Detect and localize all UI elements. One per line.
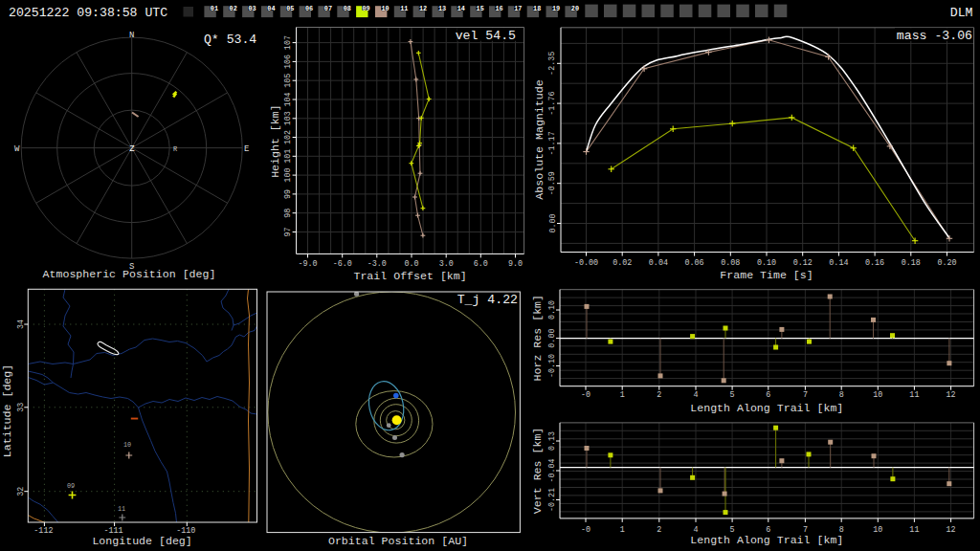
svg-text:T_j 4.22: T_j 4.22 <box>457 293 518 307</box>
svg-text:0.16: 0.16 <box>865 258 884 268</box>
svg-text:-0.10: -0.10 <box>547 354 557 378</box>
svg-text:107: 107 <box>283 35 293 50</box>
svg-text:0.20: 0.20 <box>937 258 956 268</box>
svg-text:16: 16 <box>495 5 502 12</box>
svg-text:3.0: 3.0 <box>439 259 454 269</box>
svg-text:12: 12 <box>947 525 956 535</box>
svg-text:6.0: 6.0 <box>474 259 488 269</box>
svg-text:Z: Z <box>129 144 135 154</box>
svg-text:mass -3.06: mass -3.06 <box>897 29 972 43</box>
svg-text:-1.76: -1.76 <box>548 92 558 116</box>
svg-text:Height [km]: Height [km] <box>270 104 282 178</box>
svg-text:1: 1 <box>620 390 625 400</box>
svg-text:0.13: 0.13 <box>547 431 557 451</box>
svg-text:33: 33 <box>16 403 26 412</box>
svg-text:0.08: 0.08 <box>721 258 740 268</box>
svg-text:18: 18 <box>533 5 541 12</box>
svg-text:9.0: 9.0 <box>508 259 523 269</box>
svg-text:101: 101 <box>283 149 293 164</box>
svg-text:Q* 53.4: Q* 53.4 <box>204 33 256 47</box>
svg-text:-0.59: -0.59 <box>548 171 558 195</box>
svg-text:N: N <box>129 31 134 40</box>
svg-text:98: 98 <box>283 209 293 218</box>
svg-text:-0: -0 <box>581 390 590 400</box>
svg-text:Vert Res [km]: Vert Res [km] <box>531 428 544 514</box>
svg-text:10: 10 <box>873 390 882 400</box>
svg-text:0.18: 0.18 <box>902 258 921 268</box>
svg-text:0.12: 0.12 <box>793 258 813 268</box>
svg-text:34: 34 <box>16 320 26 329</box>
svg-text:0.00: 0.00 <box>547 329 557 348</box>
svg-text:5: 5 <box>730 390 735 400</box>
svg-text:11: 11 <box>909 390 919 400</box>
svg-text:Atmospheric Position [deg]: Atmospheric Position [deg] <box>43 268 216 280</box>
svg-text:0.14: 0.14 <box>829 258 848 268</box>
svg-text:-1.17: -1.17 <box>548 131 558 155</box>
svg-text:W: W <box>14 144 20 154</box>
svg-text:100: 100 <box>283 168 293 183</box>
svg-text:6: 6 <box>766 390 770 400</box>
svg-text:2: 2 <box>657 390 661 400</box>
svg-text:02: 02 <box>230 5 237 12</box>
svg-text:0.0: 0.0 <box>404 259 418 269</box>
svg-text:1: 1 <box>620 525 625 535</box>
svg-text:19: 19 <box>552 5 560 12</box>
svg-text:10: 10 <box>123 441 131 449</box>
svg-text:Orbital Position [AU]: Orbital Position [AU] <box>328 535 468 547</box>
svg-text:Horz Res [km]: Horz Res [km] <box>531 295 544 381</box>
svg-text:11: 11 <box>400 5 408 12</box>
svg-text:32: 32 <box>16 487 26 496</box>
svg-text:09: 09 <box>67 482 75 490</box>
svg-text:99: 99 <box>283 189 293 199</box>
svg-text:09: 09 <box>363 5 370 12</box>
svg-text:104: 104 <box>283 92 293 106</box>
svg-text:105: 105 <box>283 74 293 88</box>
svg-text:Trail Offset [km]: Trail Offset [km] <box>353 270 466 282</box>
svg-text:4: 4 <box>693 390 698 400</box>
svg-text:103: 103 <box>283 111 293 125</box>
svg-text:Frame Time [s]: Frame Time [s] <box>720 269 813 281</box>
svg-text:07: 07 <box>324 5 332 12</box>
svg-text:10: 10 <box>381 5 389 12</box>
svg-text:17: 17 <box>514 5 522 12</box>
svg-text:-3.0: -3.0 <box>368 259 387 269</box>
svg-text:11: 11 <box>909 525 919 535</box>
svg-text:-2.35: -2.35 <box>548 52 558 76</box>
svg-text:-9.0: -9.0 <box>298 259 317 269</box>
svg-text:97: 97 <box>283 227 293 236</box>
svg-text:14: 14 <box>457 5 465 12</box>
svg-text:Length Along Trail [km]: Length Along Trail [km] <box>690 402 843 414</box>
svg-text:Longitude [deg]: Longitude [deg] <box>92 535 191 547</box>
svg-text:-0: -0 <box>581 525 590 535</box>
svg-text:01: 01 <box>211 5 218 12</box>
svg-text:15: 15 <box>477 5 484 12</box>
svg-text:0.04: 0.04 <box>649 258 668 268</box>
svg-text:0.10: 0.10 <box>547 300 557 320</box>
svg-text:03: 03 <box>249 5 256 12</box>
svg-text:Latitude [deg]: Latitude [deg] <box>1 364 13 457</box>
svg-text:08: 08 <box>344 5 351 12</box>
svg-text:05: 05 <box>286 5 294 12</box>
svg-text:-6.0: -6.0 <box>333 259 352 269</box>
svg-text:20251222 09:38:58 UTC: 20251222 09:38:58 UTC <box>9 6 167 20</box>
svg-text:11: 11 <box>118 505 125 513</box>
svg-text:7: 7 <box>803 390 808 400</box>
svg-text:13: 13 <box>438 5 446 12</box>
svg-text:DLM: DLM <box>950 6 973 20</box>
svg-text:106: 106 <box>283 55 293 69</box>
svg-text:12: 12 <box>419 5 427 12</box>
svg-text:-112: -112 <box>33 526 53 536</box>
svg-text:04: 04 <box>267 5 275 12</box>
svg-text:0.06: 0.06 <box>685 258 704 268</box>
svg-text:0.00: 0.00 <box>548 213 558 232</box>
svg-text:12: 12 <box>947 390 956 400</box>
svg-text:Absolute Magnitude: Absolute Magnitude <box>533 79 546 199</box>
svg-text:06: 06 <box>305 5 313 12</box>
svg-text:20: 20 <box>571 5 579 12</box>
svg-text:vel 54.5: vel 54.5 <box>456 29 516 43</box>
svg-text:-0.21: -0.21 <box>547 488 557 512</box>
svg-text:E: E <box>244 144 249 154</box>
svg-text:-0.00: -0.00 <box>574 258 598 268</box>
svg-text:2: 2 <box>657 525 661 535</box>
svg-text:Length Along Trail [km]: Length Along Trail [km] <box>690 534 843 546</box>
